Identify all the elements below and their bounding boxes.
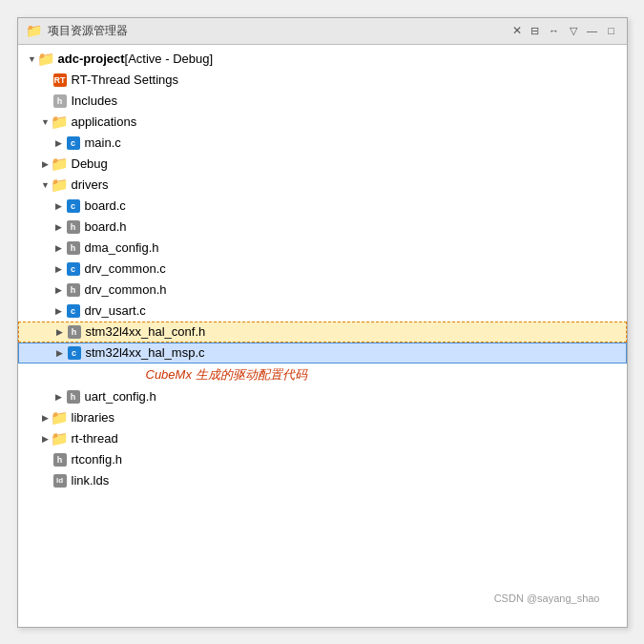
- rtconfig-h-arrow: [39, 453, 52, 467]
- panel-folder-icon: 📁: [26, 23, 42, 38]
- header-icons: ⊟ ↔ ▽ — □: [528, 23, 619, 38]
- watermark: CSDN @sayang_shao: [494, 592, 600, 604]
- sidebar-item-board-h[interactable]: h board.h: [18, 217, 627, 238]
- stm32-conf-h-icon: h: [67, 324, 82, 340]
- debug-label: Debug: [72, 156, 108, 171]
- drivers-label: drivers: [72, 177, 109, 192]
- includes-icon: h: [52, 93, 68, 109]
- sidebar-item-debug[interactable]: 📁 Debug: [18, 154, 627, 175]
- sidebar-item-uart-config-h[interactable]: h uart_config.h: [18, 386, 627, 407]
- sidebar-item-rt-thread-settings[interactable]: RT RT-Thread Settings: [18, 70, 627, 91]
- sync-icon[interactable]: ↔: [547, 23, 562, 38]
- sidebar-item-dma-config-h[interactable]: h dma_config.h: [18, 238, 627, 259]
- sidebar-item-drv-common-c[interactable]: c drv_common.c: [18, 259, 627, 280]
- rt-thread-label: rt-thread: [72, 431, 118, 446]
- annotation-row: CubeMx 生成的驱动配置代码: [18, 364, 627, 386]
- libraries-label: libraries: [72, 410, 115, 425]
- drv-common-h-label: drv_common.h: [85, 282, 167, 297]
- libraries-folder-icon: 📁: [52, 410, 68, 426]
- close-icon[interactable]: ✕: [512, 24, 522, 37]
- drv-common-c-icon: c: [66, 261, 81, 277]
- debug-folder-icon: 📁: [52, 156, 68, 172]
- applications-label: applications: [72, 114, 137, 129]
- sidebar-item-board-c[interactable]: c board.c: [18, 196, 627, 217]
- main-c-label: main.c: [85, 135, 121, 150]
- sidebar-item-link-lds[interactable]: ld link.lds: [18, 470, 627, 491]
- rt-arrow: [39, 73, 52, 87]
- board-c-icon: c: [66, 198, 81, 214]
- uart-config-h-label: uart_config.h: [85, 389, 156, 404]
- board-h-icon: h: [66, 219, 81, 235]
- tree-container: 📁 adc-project [Active - Debug] RT RT-Thr…: [18, 45, 627, 495]
- applications-folder-icon: 📁: [52, 114, 68, 130]
- rt-thread-folder-icon: 📁: [52, 431, 68, 447]
- panel-title: 项目资源管理器: [48, 23, 503, 39]
- board-h-arrow: [52, 220, 66, 234]
- rt-settings-label: RT-Thread Settings: [72, 73, 178, 87]
- sidebar-item-stm32-conf-h[interactable]: h stm32l4xx_hal_conf.h: [18, 322, 627, 343]
- board-c-label: board.c: [85, 198, 126, 213]
- stm32-msp-c-icon: c: [67, 345, 82, 361]
- sidebar-item-rt-thread[interactable]: 📁 rt-thread: [18, 428, 627, 449]
- dash-icon[interactable]: —: [585, 23, 600, 38]
- stm32-conf-h-arrow: [53, 325, 67, 339]
- main-c-arrow: [52, 136, 66, 150]
- root-label: adc-project: [58, 52, 125, 66]
- maximize-icon[interactable]: □: [604, 23, 619, 38]
- active-debug-label: [Active - Debug]: [125, 52, 214, 66]
- sidebar-item-drivers[interactable]: 📁 drivers: [18, 175, 627, 196]
- stm32-msp-c-arrow: [53, 346, 67, 360]
- drv-usart-c-arrow: [52, 304, 66, 318]
- annotation-text: CubeMx 生成的驱动配置代码: [146, 366, 307, 384]
- uart-h-arrow: [52, 390, 66, 404]
- minimize-icon[interactable]: ⊟: [528, 23, 543, 38]
- drv-common-c-label: drv_common.c: [85, 261, 166, 276]
- dma-h-arrow: [52, 241, 66, 255]
- link-lds-label: link.lds: [72, 473, 110, 488]
- board-c-arrow: [52, 199, 66, 213]
- sidebar-item-main-c[interactable]: c main.c: [18, 133, 627, 154]
- sidebar-item-applications[interactable]: 📁 applications: [18, 112, 627, 133]
- dma-h-icon: h: [66, 240, 81, 256]
- project-explorer-panel: 📁 项目资源管理器 ✕ ⊟ ↔ ▽ — □ 📁 adc-project [Act…: [17, 17, 628, 628]
- sidebar-item-drv-usart-c[interactable]: c drv_usart.c: [18, 301, 627, 322]
- rtconfig-h-label: rtconfig.h: [72, 452, 122, 467]
- includes-label: Includes: [72, 93, 117, 108]
- sidebar-item-drv-common-h[interactable]: h drv_common.h: [18, 280, 627, 301]
- sidebar-item-stm32-msp-c[interactable]: c stm32l4xx_hal_msp.c: [18, 343, 627, 364]
- sidebar-item-rtconfig-h[interactable]: h rtconfig.h: [18, 449, 627, 470]
- drivers-folder-icon: 📁: [52, 177, 68, 193]
- dropdown-icon[interactable]: ▽: [566, 23, 581, 38]
- drv-usart-c-icon: c: [66, 303, 81, 319]
- link-lds-arrow: [39, 474, 52, 488]
- tree-content: 📁 adc-project [Active - Debug] RT RT-Thr…: [18, 45, 627, 627]
- drv-common-h-arrow: [52, 283, 66, 297]
- drv-common-c-arrow: [52, 262, 66, 276]
- dma-config-h-label: dma_config.h: [85, 240, 159, 255]
- uart-h-icon: h: [66, 389, 81, 405]
- link-lds-icon: ld: [52, 473, 68, 488]
- sidebar-item-libraries[interactable]: 📁 libraries: [18, 407, 627, 428]
- stm32-conf-h-label: stm32l4xx_hal_conf.h: [86, 324, 206, 339]
- panel-header: 📁 项目资源管理器 ✕ ⊟ ↔ ▽ — □: [18, 18, 627, 45]
- root-folder-icon: 📁: [39, 52, 54, 67]
- drv-usart-c-label: drv_usart.c: [85, 303, 146, 318]
- board-h-label: board.h: [85, 219, 127, 234]
- stm32-msp-c-label: stm32l4xx_hal_msp.c: [86, 345, 205, 360]
- main-c-icon: c: [66, 135, 81, 151]
- rtconfig-h-icon: h: [52, 452, 68, 467]
- tree-root[interactable]: 📁 adc-project [Active - Debug]: [18, 49, 627, 70]
- includes-arrow: [39, 94, 52, 108]
- rt-icon: RT: [52, 73, 68, 88]
- drv-common-h-icon: h: [66, 282, 81, 298]
- sidebar-item-includes[interactable]: h Includes: [18, 91, 627, 112]
